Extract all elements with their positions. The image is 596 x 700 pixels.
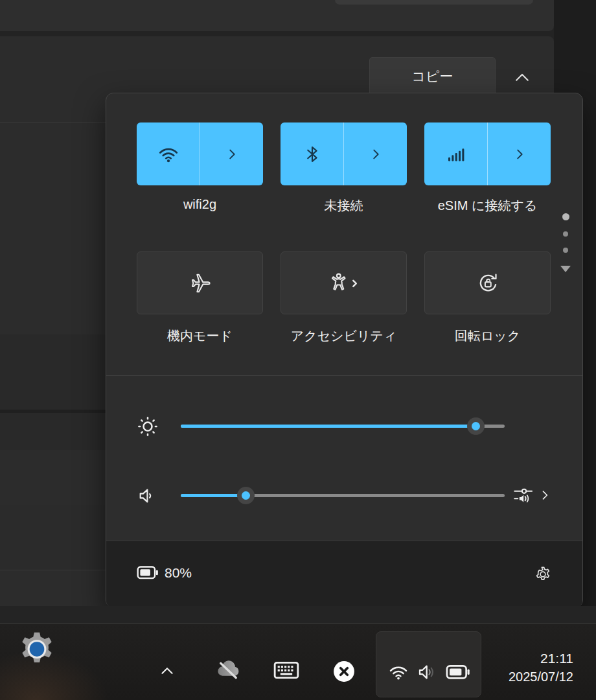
brightness-slider-row [106,414,582,439]
wifi-icon[interactable] [137,122,200,185]
volume-slider-row [106,483,582,509]
triangle-down-icon[interactable] [560,266,571,272]
cellular-toggle[interactable] [424,122,551,185]
wifi-icon [387,662,409,682]
audio-output-selector[interactable] [512,484,551,506]
battery-percent-label: 80% [165,565,192,581]
volume-expand-chevron-icon [538,489,551,502]
rotation-lock-toggle[interactable] [424,251,551,314]
desktop-screen: コピー [0,0,596,700]
speaker-icon [416,662,439,682]
pager-dot-current[interactable] [562,213,569,220]
chevron-up-icon[interactable] [512,67,533,88]
gear-icon[interactable] [533,565,553,584]
pager-dot[interactable] [563,231,568,237]
clock-date: 2025/07/12 [509,668,573,686]
quick-settings-panel: wifi2g 未接続 eSIM に接続する [106,93,583,608]
bluetooth-icon[interactable] [281,122,343,185]
bluetooth-toggle[interactable] [281,122,407,185]
toggle-pager [560,213,571,272]
cellular-bars-icon[interactable] [424,122,487,185]
speaker-icon[interactable] [135,484,160,508]
battery-status[interactable]: 80% [137,565,192,581]
airplane-mode-label: 機内モード [137,327,263,345]
airplane-icon [189,272,212,295]
volume-thumb[interactable] [237,487,255,504]
x-circle-icon [332,660,356,683]
chevron-up-icon [159,662,176,679]
background-below-panel [0,606,596,624]
background-card-top [0,0,554,31]
taskbar-clock[interactable]: 21:11 2025/07/12 [509,649,573,686]
keyboard-icon [273,659,299,681]
onedrive-button[interactable] [214,657,242,682]
volume-slider[interactable] [181,494,505,497]
copy-button[interactable]: コピー [369,57,496,96]
system-tray-button[interactable] [376,631,481,697]
settings-app-button[interactable] [16,628,58,671]
status-close-button[interactable] [332,659,356,684]
hidden-icons-button[interactable] [157,662,177,679]
wifi-toggle[interactable] [137,122,263,185]
pager-dot[interactable] [563,248,568,253]
cellular-expand-chevron-icon[interactable] [487,122,551,185]
touch-keyboard-button[interactable] [273,659,300,682]
battery-icon [137,565,159,581]
volume-fill [181,494,246,497]
brightness-sun-icon [135,414,160,439]
bluetooth-toggle-label: 未接続 [281,197,407,215]
quick-settings-footer: 80% [106,541,582,608]
accessibility-label: アクセシビリティ [281,327,407,345]
airplane-mode-toggle[interactable] [137,251,263,314]
audio-output-mixer-icon [512,484,534,506]
panel-divider [106,375,582,376]
accessibility-person-icon [327,272,361,295]
brightness-thumb[interactable] [467,417,485,435]
battery-icon [446,662,470,682]
brightness-slider[interactable] [181,425,505,428]
taskbar: 21:11 2025/07/12 [0,624,596,700]
rotation-lock-icon [476,271,500,296]
cloud-slash-icon [214,657,242,682]
background-partial-button[interactable] [335,0,533,5]
wifi-expand-chevron-icon[interactable] [200,122,263,185]
cellular-toggle-label: eSIM に接続する [424,197,551,215]
bluetooth-expand-chevron-icon[interactable] [343,122,407,185]
brightness-fill [181,425,476,428]
rotation-lock-label: 回転ロック [424,327,551,345]
clock-time: 21:11 [509,649,573,668]
wifi-toggle-label: wifi2g [137,197,263,212]
accessibility-toggle[interactable] [281,251,407,314]
settings-gear-app-icon [16,629,58,670]
